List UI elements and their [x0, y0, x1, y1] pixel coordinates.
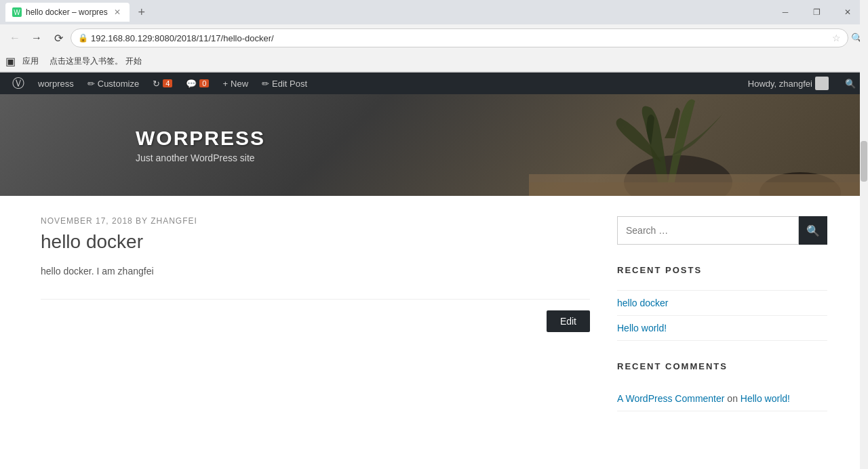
comments-count: 0: [199, 79, 209, 87]
wp-admin-right: Howdy, zhangfei 🔍: [741, 73, 863, 94]
recent-comments-title: Recent Comments: [617, 361, 827, 378]
search-widget: 🔍: [617, 216, 827, 245]
post-meta: November 17, 2018 by zhangfei: [41, 216, 590, 226]
new-icon: +: [222, 79, 228, 89]
lock-icon: 🔒: [78, 33, 88, 43]
search-button[interactable]: 🔍: [799, 216, 827, 245]
minimize-button[interactable]: ─: [770, 3, 800, 22]
browser-chrome: W hello docker – worpres ✕ + ─ ❐ ✕ ← → ⟳…: [0, 0, 868, 73]
post-footer: Edit: [41, 299, 590, 332]
recent-posts-widget: Recent Posts hello dockerHello world!: [617, 265, 827, 341]
wp-new-item[interactable]: + New: [216, 73, 255, 94]
wp-comments-item[interactable]: 💬 0: [179, 73, 216, 94]
wp-logo-icon: Ⓥ: [12, 75, 24, 91]
customize-icon: ✏: [87, 79, 95, 89]
window-controls: ─ ❐ ✕: [770, 3, 863, 22]
wp-howdy-text: Howdy, zhangfei: [748, 79, 812, 89]
recent-post-link[interactable]: hello docker: [617, 298, 669, 308]
post-title-link[interactable]: hello docker: [41, 231, 143, 252]
wp-avatar: [815, 77, 829, 90]
content-area: November 17, 2018 by zhangfei hello dock…: [41, 216, 590, 432]
tab-favicon: W: [12, 7, 22, 17]
post-title: hello docker: [41, 231, 590, 253]
wp-search-item[interactable]: 🔍: [838, 73, 863, 94]
browser-nav-bar: ← → ⟳ 🔒 192.168.80.129:8080/2018/11/17/h…: [0, 24, 868, 52]
bookmark-import-label: 点击这里导入书签。: [50, 56, 123, 67]
back-button[interactable]: ←: [5, 28, 24, 47]
wp-edit-post-item[interactable]: ✏ Edit Post: [255, 73, 314, 94]
bookmark-star-icon[interactable]: ☆: [832, 33, 841, 43]
site-tagline: Just another WordPress site: [136, 152, 868, 163]
recent-post-link[interactable]: Hello world!: [617, 323, 667, 333]
wp-customize-item[interactable]: ✏ Customize: [81, 73, 146, 94]
comment-text: on: [724, 393, 740, 404]
comment-author-link[interactable]: A WordPress Commenter: [617, 393, 724, 404]
tab-title: hello docker – worpres: [26, 7, 108, 17]
wp-howdy-item[interactable]: Howdy, zhangfei: [741, 73, 835, 94]
recent-post-item: hello docker: [617, 291, 827, 316]
search-input[interactable]: [617, 216, 799, 245]
recent-comments-list: A WordPress Commenter on Hello world!: [617, 386, 827, 411]
wp-site-name-item[interactable]: worpress: [31, 73, 81, 94]
close-button[interactable]: ✕: [833, 3, 863, 22]
updates-count: 4: [163, 79, 172, 87]
recent-comment-item: A WordPress Commenter on Hello world!: [617, 386, 827, 411]
recent-posts-list: hello dockerHello world!: [617, 290, 827, 341]
edit-post-button[interactable]: Edit: [547, 310, 590, 332]
apps-icon[interactable]: ▣: [5, 55, 16, 68]
maximize-button[interactable]: ❐: [802, 3, 831, 22]
reload-button[interactable]: ⟳: [49, 28, 68, 47]
main-content: November 17, 2018 by zhangfei hello dock…: [27, 196, 841, 452]
comments-icon: 💬: [186, 79, 197, 89]
bookmarks-bar: ▣ 应用 点击这里导入书签。 开始: [0, 52, 868, 72]
site-header: WORPRESS Just another WordPress site: [0, 94, 868, 196]
wp-site-name: worpress: [38, 79, 74, 89]
scrollbar-thumb[interactable]: [861, 141, 867, 182]
site-header-text: WORPRESS Just another WordPress site: [0, 94, 868, 196]
recent-post-item: Hello world!: [617, 316, 827, 341]
wp-edit-post-label: Edit Post: [272, 79, 307, 89]
updates-icon: ↻: [153, 79, 160, 89]
browser-tab[interactable]: W hello docker – worpres ✕: [5, 3, 130, 22]
wp-new-label: New: [231, 79, 248, 89]
address-bar[interactable]: 🔒 192.168.80.129:8080/2018/11/17/hello-d…: [71, 28, 848, 47]
tab-close-button[interactable]: ✕: [112, 7, 123, 18]
edit-post-icon: ✏: [262, 79, 269, 89]
bookmark-import[interactable]: 点击这里导入书签。 开始: [45, 54, 146, 68]
browser-title-bar: W hello docker – worpres ✕ + ─ ❐ ✕: [0, 0, 868, 24]
site-title: WORPRESS: [136, 127, 868, 150]
recent-comments-widget: Recent Comments A WordPress Commenter on…: [617, 361, 827, 411]
bookmark-apps-label: 应用: [22, 56, 39, 67]
wp-customize-label: Customize: [98, 79, 139, 89]
sidebar: 🔍 Recent Posts hello dockerHello world! …: [617, 216, 827, 432]
recent-posts-title: Recent Posts: [617, 265, 827, 282]
bookmark-apps[interactable]: 应用: [18, 54, 43, 68]
url-text: 192.168.80.129:8080/2018/11/17/hello-doc…: [91, 33, 829, 43]
scrollbar-track[interactable]: [860, 0, 868, 452]
wp-updates-item[interactable]: ↻ 4: [146, 73, 179, 94]
bookmark-start-label: 开始: [125, 56, 142, 67]
wp-admin-bar: Ⓥ worpress ✏ Customize ↻ 4 💬 0 + New ✏ E…: [0, 73, 868, 94]
comment-post-link[interactable]: Hello world!: [741, 393, 790, 404]
wp-search-icon: 🔍: [845, 79, 856, 89]
forward-button[interactable]: →: [27, 28, 46, 47]
post-content: hello docker. I am zhangfei: [41, 264, 590, 279]
wp-logo-item[interactable]: Ⓥ: [5, 73, 31, 94]
new-tab-button[interactable]: +: [132, 3, 151, 22]
